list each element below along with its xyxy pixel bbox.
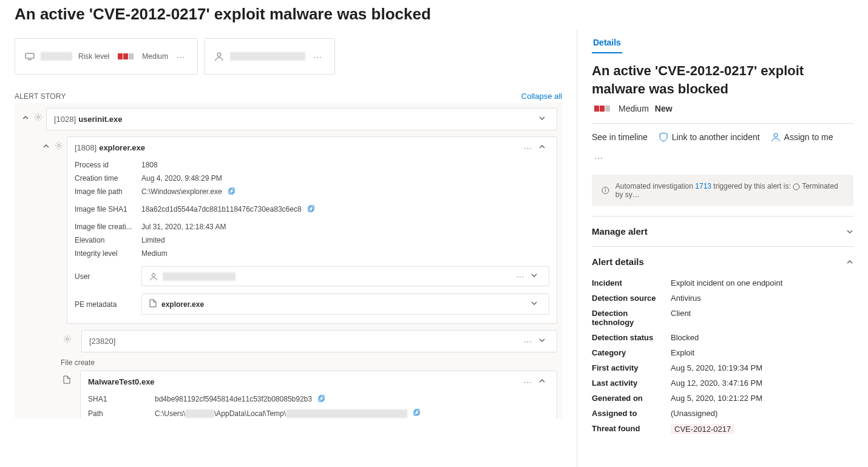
detail-value: bd4be981192cf5945814de11c53f2b08085b92b3	[155, 395, 312, 404]
detail-key: Image file SHA1	[75, 205, 141, 214]
incident-link[interactable]: Exploit incident on one endpoint	[671, 278, 782, 287]
user-card[interactable]: ···	[204, 38, 335, 75]
svg-point-9	[152, 273, 155, 276]
process-node-child[interactable]: [23820] ···	[81, 330, 557, 352]
detail-key: First activity	[592, 363, 671, 372]
alert-story-pane: [1028] userinit.exe	[15, 103, 562, 418]
svg-rect-0	[25, 53, 34, 58]
detail-value: 18a62cd1d5544a7dc881b118476c730ea83c6ec8	[141, 205, 302, 214]
detail-key: Detection source	[592, 294, 671, 303]
svg-rect-11	[320, 395, 324, 400]
node-menu-icon[interactable]: ···	[521, 377, 535, 386]
chevron-down-icon[interactable]	[535, 115, 549, 124]
detail-value: Medium	[141, 249, 168, 258]
severity-bars	[594, 106, 610, 112]
chevron-up-icon[interactable]	[535, 377, 549, 386]
copy-icon[interactable]	[228, 187, 236, 197]
process-pid: [1808]	[75, 143, 97, 152]
process-pid: [23820]	[89, 337, 115, 346]
alert-details-section[interactable]: Alert details	[592, 257, 853, 267]
detail-key: Category	[592, 348, 671, 357]
page-title: An active 'CVE-2012-0217' exploit malwar…	[15, 5, 562, 24]
risk-level-value: Medium	[142, 52, 168, 61]
tab-details[interactable]: Details	[592, 33, 622, 53]
node-menu-icon[interactable]: ···	[521, 143, 535, 152]
detail-key: Elevation	[75, 236, 141, 244]
chevron-down-icon[interactable]	[535, 337, 549, 346]
detail-key: User	[75, 272, 141, 281]
path-mid: \AppData\Local\Temp\	[214, 409, 286, 418]
node-menu-icon[interactable]: ···	[521, 337, 535, 346]
detail-key: Process id	[75, 161, 141, 169]
detail-key: Image file creati...	[75, 223, 141, 231]
gear-icon[interactable]	[55, 141, 63, 152]
sub-menu-icon[interactable]: ···	[514, 272, 527, 281]
info-prefix: Automated investigation	[615, 182, 693, 190]
pe-file-name: explorer.exe	[161, 300, 204, 309]
copy-icon[interactable]	[308, 205, 315, 214]
node-toggle[interactable]	[19, 108, 32, 121]
process-node-explorer: [1808] explorer.exe ··· Process id1808 C…	[67, 136, 557, 324]
device-card[interactable]: Risk level Medium ···	[15, 38, 198, 75]
detail-value: (Unassigned)	[671, 409, 717, 418]
detail-value: Client	[671, 309, 691, 327]
severity-label: Medium	[619, 104, 649, 113]
svg-point-19	[793, 184, 799, 190]
detail-key: Threat found	[592, 424, 671, 434]
chevron-down-icon[interactable]	[527, 272, 541, 281]
assign-to-me-link[interactable]: Assign to me	[771, 132, 833, 142]
svg-rect-12	[319, 397, 323, 401]
user-sub-box[interactable]: ···	[141, 266, 549, 286]
path-redacted	[286, 409, 407, 418]
gear-icon[interactable]	[34, 113, 42, 123]
detail-key: SHA1	[88, 395, 155, 404]
svg-rect-6	[229, 189, 233, 194]
detail-key: Generated on	[592, 394, 671, 403]
user-card-menu-icon[interactable]: ···	[311, 52, 325, 61]
detail-key: Creation time	[75, 174, 141, 183]
investigation-id-link[interactable]: 1713	[695, 182, 711, 190]
status-new: New	[655, 104, 673, 113]
investigation-info-bar: Automated investigation 1713 triggered b…	[592, 175, 853, 206]
detail-key: Assigned to	[592, 409, 671, 418]
see-in-timeline-link[interactable]: See in timeline	[592, 132, 648, 142]
manage-alert-section[interactable]: Manage alert	[592, 226, 853, 237]
actions-menu-icon[interactable]: ···	[592, 153, 606, 163]
user-icon	[771, 132, 781, 142]
detail-key: Detection technology	[592, 309, 671, 327]
device-name-redacted	[41, 52, 72, 61]
node-toggle[interactable]	[40, 136, 52, 150]
detail-key: Image file path	[75, 187, 141, 197]
path-prefix: C:\Users\	[155, 409, 185, 418]
device-card-menu-icon[interactable]: ···	[174, 52, 188, 61]
user-icon	[149, 272, 158, 281]
process-name: userinit.exe	[78, 115, 122, 124]
svg-rect-8	[308, 207, 313, 212]
process-node-userinit[interactable]: [1028] userinit.exe	[46, 108, 557, 130]
process-node-header[interactable]: [1808] explorer.exe ···	[67, 137, 557, 158]
copy-icon[interactable]	[318, 395, 325, 404]
file-node-header[interactable]: MalwareTest0.exe ···	[81, 371, 557, 392]
link-to-incident-link[interactable]: Link to another incident	[659, 132, 760, 142]
user-value-redacted	[163, 272, 236, 281]
svg-rect-5	[230, 188, 234, 193]
svg-point-15	[774, 133, 778, 137]
detail-key: Incident	[592, 278, 671, 287]
threat-found-value: CVE-2012-0217	[671, 424, 734, 434]
detail-value: Aug 5, 2020, 10:19:34 PM	[671, 363, 762, 372]
detail-value: Jul 31, 2020, 12:18:43 AM	[141, 223, 226, 231]
risk-level-label: Risk level	[78, 52, 109, 61]
detail-value: Antivirus	[671, 294, 701, 303]
chevron-down-icon[interactable]	[527, 300, 541, 309]
detail-value: 1808	[141, 161, 158, 169]
details-title: An active 'CVE-2012-0217' exploit malwar…	[592, 62, 853, 98]
computer-icon	[25, 52, 35, 61]
svg-point-10	[66, 338, 69, 340]
gear-icon[interactable]	[63, 335, 72, 345]
info-icon	[602, 186, 609, 195]
copy-icon[interactable]	[413, 409, 421, 418]
collapse-all-link[interactable]: Collapse all	[521, 92, 562, 101]
chevron-up-icon	[846, 258, 853, 266]
pe-metadata-box[interactable]: explorer.exe	[141, 294, 549, 315]
chevron-up-icon[interactable]	[535, 143, 549, 152]
